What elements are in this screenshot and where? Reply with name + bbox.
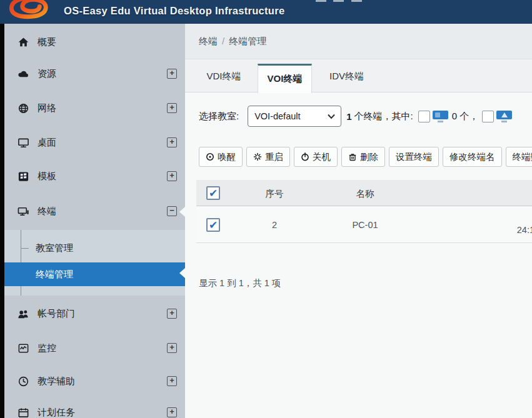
classroom-select-label: 选择教室: <box>199 111 239 122</box>
restart-button[interactable]: 重启 <box>246 147 290 167</box>
expand-icon[interactable]: + <box>167 69 177 79</box>
sidebar-item-teaching-aid[interactable]: 教学辅助 + <box>4 369 185 394</box>
breadcrumb-bar: 终端/终端管理 <box>185 24 532 59</box>
terminal-toolbar: 唤醒 重启 关机 删除 设置终端 <box>199 147 532 167</box>
tab-idv-terminal[interactable]: IDV终端 <box>320 60 373 92</box>
terminal-count-text: 个终端，其中: <box>354 111 413 122</box>
tab-voi-terminal[interactable]: VOI终端 <box>258 64 312 93</box>
trash-icon <box>348 152 357 161</box>
app-header: OS-Easy Edu Virtual Desktop Infrastructu… <box>0 0 532 24</box>
sidebar-item-resources[interactable]: 资源 + <box>4 61 185 86</box>
cell-name: PC-01 <box>328 220 403 230</box>
expand-icon[interactable]: + <box>167 309 177 319</box>
sidebar-subitem-classroom-mgmt[interactable]: 教室管理 <box>4 239 185 257</box>
calendar-icon <box>18 407 29 418</box>
sidebar-item-label: 桌面 <box>38 137 56 149</box>
sidebar-item-overview[interactable]: 概要 <box>4 29 185 54</box>
sidebar-item-label: 模板 <box>38 171 56 182</box>
sidebar-item-accounts[interactable]: 帐号部门 + <box>4 301 185 326</box>
select-all-checkbox[interactable]: ✔ <box>206 186 220 200</box>
globe-icon <box>18 102 29 114</box>
cutoff-glyph <box>316 0 326 2</box>
wake-label: 唤醒 <box>218 151 236 163</box>
sidebar-nav: 概要 资源 + 网络 + 桌面 + <box>4 24 185 418</box>
classroom-selected-option: VOI-default <box>254 111 300 121</box>
breadcrumb-separator: / <box>222 36 224 46</box>
left-edge-strip <box>0 24 4 418</box>
restart-label: 重启 <box>265 151 283 163</box>
cutoff-glyph <box>333 0 344 2</box>
sidebar-item-terminal[interactable]: 终端 − <box>4 199 185 224</box>
sidebar-item-desktop[interactable]: 桌面 + <box>4 130 185 155</box>
breadcrumb-terminal-mgmt: 终端管理 <box>229 36 266 46</box>
sidebar-item-label: 教学辅助 <box>38 376 75 387</box>
row-checkbox[interactable]: ✔ <box>206 218 220 232</box>
terminal-data-button[interactable]: 终端数据 <box>506 147 532 167</box>
table-row: ✔ 2 PC-01 24:1 <box>196 207 532 243</box>
set-terminal-label: 设置终端 <box>396 151 432 163</box>
expand-icon[interactable]: + <box>167 137 177 147</box>
app-title: OS-Easy Edu Virtual Desktop Infrastructu… <box>64 5 284 17</box>
monitor-chart-icon <box>18 342 29 354</box>
app-window: OS-Easy Edu Virtual Desktop Infrastructu… <box>0 0 532 418</box>
power-icon <box>301 152 309 161</box>
shutdown-button[interactable]: 关机 <box>294 147 338 167</box>
delete-button[interactable]: 删除 <box>341 147 385 167</box>
sidebar-item-label: 网络 <box>38 102 56 114</box>
classroom-select[interactable]: VOI-default <box>248 106 341 127</box>
tab-vdi-terminal[interactable]: VDI终端 <box>199 60 249 92</box>
column-header-seq: 序号 <box>246 188 303 200</box>
terminal-data-label: 终端数据 <box>513 151 532 163</box>
sidebar-item-label: 监控 <box>38 342 56 354</box>
rename-terminal-button[interactable]: 修改终端名 <box>443 147 502 167</box>
terminal-status-on-icon <box>496 111 512 122</box>
sidebar-subitem-terminal-mgmt[interactable]: 终端管理 <box>4 262 185 286</box>
terminal-count: 1 <box>346 111 351 122</box>
sidebar-item-label: 概要 <box>38 36 56 48</box>
expand-icon[interactable]: + <box>167 376 177 386</box>
classroom-filter-row: 选择教室: VOI-default 1 个终端，其中: 0 个， <box>199 104 532 129</box>
expand-icon[interactable]: + <box>167 343 177 353</box>
expand-icon[interactable]: + <box>167 171 177 181</box>
selected-group-notch <box>179 207 185 217</box>
terminal-icon <box>18 206 29 217</box>
subitem-label: 终端管理 <box>36 269 73 281</box>
chevron-down-icon <box>328 114 335 119</box>
subitem-label: 教室管理 <box>36 242 73 254</box>
desktop-icon <box>18 137 29 149</box>
expand-icon[interactable]: + <box>167 407 177 417</box>
breadcrumb-terminal[interactable]: 终端 <box>199 36 218 46</box>
rename-terminal-label: 修改终端名 <box>449 151 495 163</box>
shutdown-label: 关机 <box>313 151 331 163</box>
terminal-submenu: 教室管理 终端管理 <box>4 230 185 296</box>
cloud-icon <box>18 68 29 80</box>
terminal-status-off-icon <box>433 111 448 122</box>
wake-icon <box>206 152 214 161</box>
cell-mac-partial: 24:1 <box>517 225 532 235</box>
os-easy-logo-icon <box>5 0 54 21</box>
status-count-1: 0 个， <box>452 111 479 122</box>
sidebar-item-label: 终端 <box>38 206 56 217</box>
status-filter-checkbox-2[interactable] <box>482 111 494 122</box>
restart-icon <box>253 152 262 161</box>
sidebar-item-network[interactable]: 网络 + <box>4 96 185 121</box>
status-filter-checkbox-1[interactable] <box>418 111 430 122</box>
breadcrumb: 终端/终端管理 <box>199 36 266 47</box>
table-header-row: ✔ 序号 名称 <box>196 180 532 206</box>
pagination-summary: 显示 1 到 1，共 1 项 <box>199 277 281 289</box>
sidebar-item-template[interactable]: 模板 + <box>4 164 185 189</box>
selected-item-notch <box>179 268 185 278</box>
collapse-icon[interactable]: − <box>167 206 177 216</box>
set-terminal-button[interactable]: 设置终端 <box>389 147 439 167</box>
home-icon <box>18 36 29 48</box>
sidebar-item-label: 计划任务 <box>38 407 75 418</box>
cutoff-glyph <box>351 0 362 2</box>
expand-icon[interactable]: + <box>167 103 177 113</box>
sidebar-item-monitoring[interactable]: 监控 + <box>4 336 185 361</box>
cell-seq: 2 <box>246 220 303 230</box>
sidebar-item-scheduled-tasks[interactable]: 计划任务 + <box>4 400 185 418</box>
main-content: 终端/终端管理 VDI终端 VOI终端 IDV终端 选择教室: VOI-defa… <box>185 24 532 418</box>
users-icon <box>18 308 29 320</box>
wake-button[interactable]: 唤醒 <box>199 147 243 167</box>
template-icon <box>18 171 29 182</box>
